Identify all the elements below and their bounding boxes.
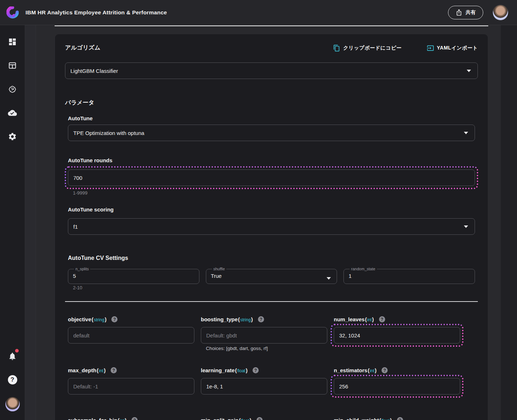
shuffle-label: shuffle: [212, 267, 226, 271]
sidebar-item-settings[interactable]: [6, 130, 19, 143]
boosting-type-input[interactable]: [201, 327, 327, 344]
param-name: learning_rate: [201, 367, 235, 373]
param-cell-min-split-gain: min_split_gainfloat: [201, 417, 327, 420]
param-type: float: [239, 417, 251, 420]
help-circle-icon[interactable]: [397, 417, 403, 420]
autotune-label: AutoTune: [68, 115, 475, 121]
param-type: float: [379, 417, 392, 420]
sidebar-item-dashboard[interactable]: [6, 35, 19, 48]
cv-settings-heading: AutoTune CV Settings: [68, 255, 475, 261]
n-estimators-input[interactable]: [334, 378, 460, 395]
help-icon: [8, 375, 17, 384]
chevron-down-icon: [464, 132, 468, 134]
chevron-down-icon: [464, 225, 468, 228]
algorithm-select-value: LightGBM Classifier: [70, 68, 118, 74]
param-type: int: [365, 316, 374, 322]
autotune-select[interactable]: TPE Optimization with optuna: [68, 125, 475, 141]
sidebar-avatar[interactable]: [5, 397, 20, 411]
autotune-select-value: TPE Optimization with optuna: [73, 130, 144, 136]
yaml-import-button[interactable]: YAMLインポート: [427, 45, 478, 52]
param-cell-n-estimators: n_estimatorsint: [334, 367, 460, 401]
random-state-field[interactable]: random_state 1: [343, 267, 475, 284]
sidebar-item-help[interactable]: [6, 373, 19, 386]
help-circle-icon[interactable]: [382, 367, 388, 373]
chevron-down-icon: [327, 277, 331, 280]
page-title: IBM HR Analytics Employee Attrition & Pe…: [26, 9, 167, 16]
share-icon: [456, 9, 462, 16]
help-circle-icon[interactable]: [258, 316, 264, 322]
param-name: subsample_for_bin: [68, 417, 117, 420]
app-logo-icon[interactable]: [6, 6, 19, 19]
param-cell-boosting-type: boosting_typestring Choices: [gbdt, dart…: [201, 316, 327, 351]
autotune-scoring-label: AutoTune scoring: [68, 206, 475, 213]
param-name: min_child_weight: [334, 417, 379, 420]
param-name: n_estimators: [334, 367, 367, 373]
param-type: int: [97, 367, 106, 373]
config-card: アルゴリズム クリップボードにコピー YAMLインポート: [55, 34, 488, 420]
param-grid: objectivestring boosting_typestring Choi…: [68, 316, 475, 420]
sidebar-item-tables[interactable]: [6, 59, 19, 72]
highlight-annotation: [65, 166, 478, 189]
param-cell-objective: objectivestring: [68, 316, 194, 351]
help-circle-icon[interactable]: [131, 417, 138, 420]
algorithm-heading: アルゴリズム: [65, 44, 100, 52]
settings-gear-icon: [8, 132, 17, 141]
notifications-bell-icon: [8, 352, 17, 361]
chevron-down-icon: [467, 70, 471, 72]
param-cell-learning-rate: learning_ratefloat: [201, 367, 327, 401]
algorithm-select[interactable]: LightGBM Classifier: [65, 62, 478, 79]
param-cell-num-leaves: num_leavesint: [334, 316, 460, 351]
help-circle-icon[interactable]: [257, 417, 263, 420]
random-state-value: 1: [348, 273, 351, 279]
param-name: num_leaves: [334, 316, 365, 322]
help-circle-icon[interactable]: [111, 367, 117, 373]
help-circle-icon[interactable]: [111, 316, 117, 322]
copy-to-clipboard-button[interactable]: クリップボードにコピー: [333, 45, 401, 52]
shuffle-field[interactable]: shuffle True: [206, 267, 337, 284]
import-button-label: YAMLインポート: [437, 45, 478, 51]
learning-rate-input[interactable]: [201, 378, 327, 395]
param-type: int: [118, 417, 127, 420]
param-type: int: [368, 367, 377, 373]
random-state-label: random_state: [350, 267, 377, 271]
notification-dot: [15, 349, 19, 353]
share-button[interactable]: 共有: [448, 6, 483, 19]
collapsed-rail: [25, 25, 36, 420]
highlight-annotation: [331, 375, 463, 398]
param-cell-subsample-for-bin: subsample_for_binint: [68, 417, 194, 420]
param-type: float: [235, 367, 248, 373]
n-splits-helper: 2-10: [68, 285, 199, 290]
autotune-rounds-input[interactable]: [68, 169, 475, 186]
autotune-rounds-label: AutoTune rounds: [68, 157, 475, 163]
param-type: string: [238, 316, 253, 322]
sidebar-item-models[interactable]: [6, 83, 19, 95]
shuffle-value: True: [211, 273, 222, 279]
param-name: max_depth: [68, 367, 96, 373]
cloud-check-icon: [8, 108, 17, 117]
import-icon: [427, 45, 434, 52]
param-type: string: [92, 316, 106, 322]
objective-input[interactable]: [68, 327, 194, 344]
right-gutter: [501, 25, 517, 420]
sidebar-item-deployments[interactable]: [6, 106, 19, 119]
sidebar-item-notifications[interactable]: [6, 350, 19, 363]
n-splits-value: 5: [73, 273, 76, 279]
help-circle-icon[interactable]: [379, 316, 385, 322]
share-label: 共有: [466, 9, 476, 16]
section-divider-line: [55, 25, 488, 26]
main-pane: アルゴリズム クリップボードにコピー YAMLインポート: [36, 25, 501, 420]
copy-icon: [333, 45, 340, 52]
max-depth-input[interactable]: [68, 378, 194, 395]
sidebar: [0, 25, 25, 420]
help-circle-icon[interactable]: [253, 367, 259, 373]
param-name: boosting_type: [201, 316, 238, 322]
table-icon: [8, 61, 17, 70]
param-cell-min-child-weight: min_child_weightfloat: [334, 417, 460, 420]
user-avatar[interactable]: [493, 5, 508, 20]
autotune-rounds-helper: 1-9999: [68, 190, 475, 196]
n-splits-field[interactable]: n_splits 5: [68, 267, 199, 284]
autotune-scoring-select[interactable]: f1: [68, 218, 475, 235]
header-bar: IBM HR Analytics Employee Attrition & Pe…: [0, 0, 517, 25]
num-leaves-input[interactable]: [334, 327, 460, 344]
copy-button-label: クリップボードにコピー: [343, 45, 401, 51]
